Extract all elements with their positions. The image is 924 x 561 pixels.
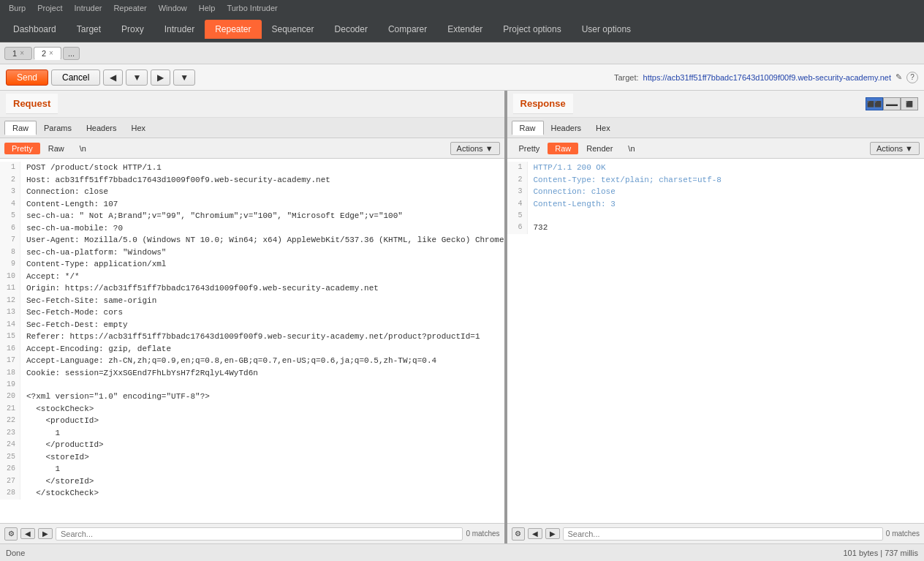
request-line: 9Content-Type: application/xml — [0, 258, 504, 271]
target-url: https://acb31ff51ff7bbadc17643d1009f00f9… — [643, 73, 891, 82]
tab-extender[interactable]: Extender — [437, 20, 493, 39]
nav-back[interactable]: ◀ — [103, 69, 123, 86]
line-content: 1 — [20, 427, 60, 440]
request-search-prev[interactable]: ◀ — [20, 528, 35, 539]
response-editor-raw[interactable]: Raw — [548, 143, 578, 154]
request-line: 19 — [0, 379, 504, 391]
line-number: 22 — [0, 415, 20, 427]
menu-help[interactable]: Help — [193, 2, 221, 14]
request-actions-button[interactable]: Actions ▼ — [450, 142, 500, 155]
tab-repeater[interactable]: Repeater — [205, 20, 261, 39]
request-search-input[interactable] — [56, 527, 463, 541]
response-search-prev[interactable]: ◀ — [528, 528, 542, 539]
line-content: Content-Type: text/plain; charset=utf-8 — [528, 174, 722, 187]
request-line: 27 </storeId> — [0, 475, 504, 488]
line-number: 18 — [0, 367, 20, 380]
send-button[interactable]: Send — [6, 69, 48, 86]
response-actions-button[interactable]: Actions ▼ — [870, 142, 920, 155]
line-content: <productId> — [20, 415, 99, 427]
line-number: 16 — [0, 343, 20, 355]
request-actions-label: Actions — [457, 144, 483, 153]
menu-window[interactable]: Window — [153, 2, 193, 14]
request-tab-raw[interactable]: Raw — [4, 121, 37, 135]
response-search-settings[interactable]: ⚙ — [512, 527, 525, 541]
response-search-input[interactable] — [563, 527, 883, 541]
repeater-tab-2[interactable]: 2 × — [34, 47, 61, 60]
request-code-editor[interactable]: 1POST /product/stock HTTP/1.12Host: acb3… — [0, 159, 504, 523]
request-tab-headers[interactable]: Headers — [79, 121, 124, 135]
line-number: 19 — [0, 379, 20, 391]
request-panel-header: Request — [0, 91, 504, 118]
request-editor-ln[interactable]: \n — [72, 143, 94, 154]
nav-forward[interactable]: ▶ — [151, 69, 170, 86]
line-content: Accept: */* — [20, 271, 80, 283]
view-single[interactable]: ⬛ — [901, 97, 918, 110]
response-tab-raw[interactable]: Raw — [512, 121, 544, 135]
response-editor-pretty[interactable]: Pretty — [512, 143, 548, 154]
line-number: 6 — [507, 222, 528, 234]
request-editor-pretty[interactable]: Pretty — [4, 143, 40, 154]
cancel-button[interactable]: Cancel — [51, 69, 100, 86]
toolbar: Send Cancel ◀ ▼ ▶ ▼ Target: https://acb3… — [0, 64, 924, 91]
menu-turbo[interactable]: Turbo Intruder — [221, 2, 283, 14]
menu-project[interactable]: Project — [31, 2, 68, 14]
line-number: 3 — [0, 186, 20, 198]
menu-burp[interactable]: Burp — [3, 2, 31, 14]
tab-dashboard[interactable]: Dashboard — [3, 20, 67, 39]
response-size-info: 101 bytes | 737 millis — [843, 549, 918, 557]
line-content — [20, 379, 26, 391]
response-editor-render[interactable]: Render — [579, 143, 620, 154]
response-line: 3Connection: close — [507, 186, 924, 198]
tab-target[interactable]: Target — [67, 20, 111, 39]
view-split-vert[interactable]: ▬▬ — [883, 97, 901, 110]
request-editor-raw[interactable]: Raw — [41, 143, 72, 154]
response-search-next[interactable]: ▶ — [545, 528, 560, 539]
request-line: 17Accept-Language: zh-CN,zh;q=0.9,en;q=0… — [0, 355, 504, 367]
response-title: Response — [513, 94, 573, 114]
nav-forward-dropdown[interactable]: ▼ — [173, 69, 195, 86]
tab-project-options[interactable]: Project options — [493, 20, 571, 39]
repeater-tab-1[interactable]: 1 × — [4, 47, 32, 60]
request-format-tabs: Raw Params Headers Hex — [0, 118, 504, 138]
help-icon[interactable]: ? — [906, 72, 918, 83]
request-line: 4Content-Length: 107 — [0, 198, 504, 211]
line-content: <storeId> — [20, 451, 89, 464]
line-content — [528, 210, 534, 222]
request-tab-hex[interactable]: Hex — [124, 121, 154, 135]
tab-user-options[interactable]: User options — [572, 20, 641, 39]
tab-comparer[interactable]: Comparer — [378, 20, 437, 39]
request-line: 25 <storeId> — [0, 451, 504, 464]
request-search-settings[interactable]: ⚙ — [4, 527, 18, 541]
menu-repeater[interactable]: Repeater — [107, 2, 152, 14]
request-line: 2Host: acb31ff51ff7bbadc17643d1009f00f9.… — [0, 174, 504, 187]
line-number: 9 — [0, 258, 20, 271]
request-search-next[interactable]: ▶ — [38, 528, 53, 539]
response-tab-hex[interactable]: Hex — [588, 121, 618, 135]
nav-back-dropdown[interactable]: ▼ — [126, 69, 148, 86]
repeater-tab-more[interactable]: ... — [63, 47, 80, 60]
repeater-tab-2-close[interactable]: × — [49, 49, 53, 57]
line-content: Content-Length: 3 — [528, 198, 616, 211]
response-code-editor[interactable]: 1HTTP/1.1 200 OK2Content-Type: text/plai… — [507, 159, 924, 523]
request-tab-params[interactable]: Params — [37, 121, 79, 135]
response-tab-headers[interactable]: Headers — [544, 121, 589, 135]
response-editor-ln[interactable]: \n — [621, 143, 642, 154]
line-number: 23 — [0, 427, 20, 440]
tab-decoder[interactable]: Decoder — [325, 20, 378, 39]
tab-proxy[interactable]: Proxy — [111, 20, 154, 39]
menu-intruder[interactable]: Intruder — [69, 2, 108, 14]
request-search-matches: 0 matches — [466, 530, 499, 538]
tab-sequencer[interactable]: Sequencer — [262, 20, 325, 39]
request-line: 7User-Agent: Mozilla/5.0 (Windows NT 10.… — [0, 234, 504, 246]
edit-target-icon[interactable]: ✎ — [895, 72, 902, 82]
line-number: 5 — [0, 210, 20, 222]
line-content: POST /product/stock HTTP/1.1 — [20, 162, 162, 174]
repeater-tab-1-label: 1 — [12, 49, 17, 58]
view-buttons: ⬛⬛ ▬▬ ⬛ — [866, 97, 918, 110]
repeater-tab-2-label: 2 — [42, 49, 46, 58]
repeater-tab-1-close[interactable]: × — [20, 49, 24, 57]
line-content: sec-ch-ua-mobile: ?0 — [20, 222, 123, 235]
line-number: 10 — [0, 271, 20, 283]
view-split-horiz[interactable]: ⬛⬛ — [866, 97, 883, 110]
tab-intruder[interactable]: Intruder — [154, 20, 205, 39]
